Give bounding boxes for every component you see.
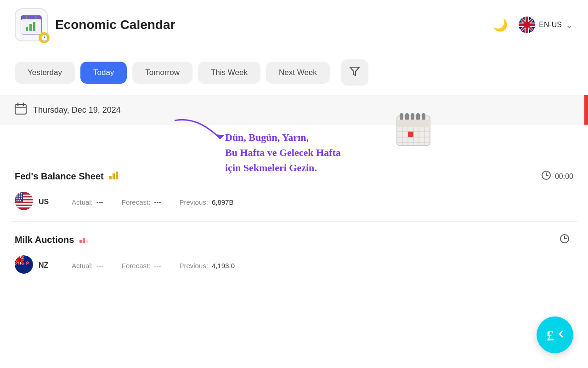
brand-logo-icon: £ <box>544 324 566 346</box>
clock-svg-feds <box>541 170 551 180</box>
svg-marker-21 <box>216 134 224 139</box>
svg-point-52 <box>17 193 18 194</box>
svg-rect-48 <box>15 203 33 205</box>
date-calendar-icon <box>15 103 27 117</box>
svg-point-55 <box>16 195 17 196</box>
svg-rect-49 <box>15 206 33 207</box>
app-logo: 🕐 <box>15 8 48 41</box>
country-name-feds: US <box>39 198 57 206</box>
svg-rect-38 <box>109 176 112 179</box>
event-header-feds: Fed's Balance Sheet <box>15 162 573 187</box>
svg-point-62 <box>21 196 22 197</box>
events-list: Fed's Balance Sheet <box>0 162 588 285</box>
svg-text:£: £ <box>547 327 554 344</box>
svg-point-69 <box>20 200 21 201</box>
event-title-milk: Milk Auctions <box>15 235 74 245</box>
svg-point-67 <box>17 200 17 201</box>
event-header-milk: Milk Auctions <box>15 225 573 251</box>
event-title-row-feds: Fed's Balance Sheet <box>15 170 119 183</box>
uk-flag-icon <box>519 17 535 33</box>
svg-point-53 <box>19 193 20 194</box>
tab-yesterday[interactable]: Yesterday <box>15 62 75 84</box>
svg-rect-72 <box>86 240 88 243</box>
clock-icon-milk <box>560 234 570 246</box>
importance-icon-feds <box>108 170 119 180</box>
svg-point-60 <box>17 196 18 197</box>
chevron-down-icon: ⌄ <box>565 19 573 30</box>
logo-clock-badge: 🕐 <box>39 32 50 43</box>
svg-rect-17 <box>15 104 26 114</box>
svg-point-59 <box>16 196 17 197</box>
event-time-feds: 00:00 <box>541 170 573 183</box>
country-flag-feds <box>15 192 33 212</box>
importance-icon-milk <box>79 234 89 244</box>
svg-rect-39 <box>113 173 115 179</box>
svg-point-63 <box>16 198 17 199</box>
event-details-feds: US Actual: --- Forecast: --- Previous: 6… <box>15 187 573 221</box>
us-flag-icon <box>15 192 33 210</box>
svg-rect-2 <box>26 27 28 31</box>
clock-icon-feds <box>541 170 551 183</box>
event-importance-feds <box>108 170 119 183</box>
filter-button[interactable] <box>341 59 368 86</box>
svg-point-58 <box>21 195 22 196</box>
country-name-milk: NZ <box>39 261 57 270</box>
actual-milk: Actual: --- <box>72 262 103 270</box>
actual-feds: Actual: --- <box>72 198 103 206</box>
svg-point-57 <box>19 195 20 196</box>
country-flag-milk <box>15 255 33 276</box>
calendar-icon <box>15 103 27 115</box>
svg-point-64 <box>17 198 18 199</box>
red-indicator <box>584 95 588 125</box>
previous-feds: Previous: 6,897B <box>179 198 233 206</box>
svg-rect-40 <box>116 172 118 179</box>
nav-tabs: Yesterday Today Tomorrow This Week Next … <box>0 50 588 95</box>
dark-mode-button[interactable]: 🌙 <box>493 18 508 32</box>
logo-area: 🕐 Economic Calendar <box>15 8 175 41</box>
lang-label: EN-US <box>539 21 562 29</box>
event-time-text-feds: 00:00 <box>555 172 573 181</box>
date-bar: Thursday, Dec 19, 2024 <box>0 95 588 125</box>
svg-rect-70 <box>79 240 82 243</box>
forecast-milk: Forecast: --- <box>122 262 161 270</box>
event-time-milk <box>560 234 573 246</box>
svg-rect-4 <box>33 22 35 31</box>
svg-rect-3 <box>29 24 32 31</box>
previous-milk: Previous: 4,193.0 <box>179 262 235 270</box>
tab-today[interactable]: Today <box>80 62 127 84</box>
svg-point-66 <box>21 198 22 199</box>
svg-point-51 <box>16 193 17 194</box>
event-details-milk: NZ Actual: --- Forecast: --- Previous: 4… <box>15 251 573 285</box>
event-milk-auctions: Milk Auctions <box>11 225 577 285</box>
svg-point-61 <box>19 196 20 197</box>
selected-date: Thursday, Dec 19, 2024 <box>33 105 121 115</box>
logo-svg <box>19 13 43 37</box>
tab-tomorrow[interactable]: Tomorrow <box>132 62 192 84</box>
svg-point-54 <box>21 193 22 194</box>
svg-rect-71 <box>83 238 85 243</box>
app-title: Economic Calendar <box>55 17 175 32</box>
svg-point-68 <box>18 200 19 201</box>
language-button[interactable]: EN-US ⌄ <box>519 17 573 33</box>
event-importance-milk <box>79 234 89 246</box>
tab-this-week[interactable]: This Week <box>198 62 260 84</box>
brand-circle-button[interactable]: £ <box>537 316 573 353</box>
event-feds-balance-sheet: Fed's Balance Sheet <box>11 162 577 222</box>
svg-point-56 <box>17 195 18 196</box>
event-title-row-milk: Milk Auctions <box>15 234 89 246</box>
svg-marker-16 <box>350 67 359 75</box>
nz-flag-icon <box>15 255 33 274</box>
svg-rect-37 <box>408 132 413 137</box>
event-title-feds: Fed's Balance Sheet <box>15 171 104 182</box>
forecast-feds: Forecast: --- <box>122 198 161 206</box>
svg-point-65 <box>19 198 20 199</box>
header-right: 🌙 EN-US ⌄ <box>493 17 573 33</box>
tab-next-week[interactable]: Next Week <box>266 62 330 84</box>
clock-svg-milk <box>560 234 570 244</box>
filter-icon <box>349 66 360 77</box>
app-header: 🕐 Economic Calendar 🌙 EN-US ⌄ <box>0 0 588 50</box>
